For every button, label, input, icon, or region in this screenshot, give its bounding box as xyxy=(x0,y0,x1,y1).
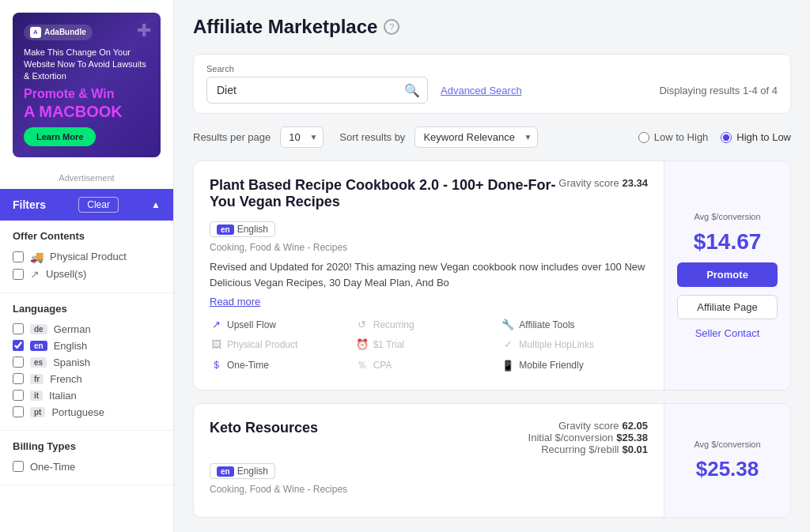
gravity-value-1: 23.34 xyxy=(622,177,648,189)
lang-tag-1: en English xyxy=(210,217,648,242)
one-time-label: One-Time xyxy=(30,461,75,473)
affiliate-tools-label: Affiliate Tools xyxy=(519,319,574,330)
one-dollar-trial-icon: ⏰ xyxy=(356,338,369,350)
avg-conversion-value-1: $14.67 xyxy=(694,229,762,255)
low-to-high-radio[interactable]: Low to High xyxy=(638,131,709,143)
french-checkbox[interactable] xyxy=(13,373,24,384)
physical-product-icon: 🖼 xyxy=(210,338,222,350)
features-grid-1: ↗ Upsell Flow ↺ Recurring 🔧 Affiliate To… xyxy=(210,317,648,374)
billing-types-section: Billing Types One-Time xyxy=(0,431,173,485)
upsells-checkbox[interactable] xyxy=(13,269,24,280)
italian-checkbox[interactable] xyxy=(13,390,24,401)
physical-product-feat-label: Physical Product xyxy=(227,339,297,350)
multiple-hoplinks-icon: ✓ xyxy=(502,338,514,350)
english-checkbox[interactable] xyxy=(13,340,24,351)
german-checkbox[interactable] xyxy=(13,323,24,334)
english-code: en xyxy=(30,341,47,351)
feature-upsell-flow: ↗ Upsell Flow xyxy=(210,317,356,332)
help-icon[interactable]: ? xyxy=(384,19,399,35)
clear-filters-button[interactable]: Clear xyxy=(78,197,119,213)
filter-portuguese[interactable]: pt Portuguese xyxy=(13,404,161,421)
french-code: fr xyxy=(30,374,44,384)
filter-upsells[interactable]: ↗ Upsell(s) xyxy=(13,266,161,283)
german-code: de xyxy=(30,324,47,334)
recurring-icon: ↺ xyxy=(356,319,369,330)
upsell-flow-icon: ↗ xyxy=(210,319,222,330)
search-row: 🔍 Advanced Search Displaying results 1-4… xyxy=(206,77,778,104)
filter-french[interactable]: fr French xyxy=(13,371,161,387)
filter-one-time[interactable]: One-Time xyxy=(13,458,161,475)
ad-promo-line2: A MACBOOK xyxy=(24,103,150,121)
sort-select-wrap: Keyword Relevance Gravity Avg $/conversi… xyxy=(414,126,538,148)
sidebar: A AdaBundle ✚ Make This Change On Your W… xyxy=(0,0,174,532)
feature-1-trial: ⏰ $1 Trial xyxy=(356,337,502,352)
one-time-feat-label: One-Time xyxy=(227,360,269,371)
offer-contents-title: Offer Contents xyxy=(13,230,161,242)
card-title-row-2: Keto Resources Gravity score 62.05 Initi… xyxy=(210,420,648,455)
affiliate-page-button-1[interactable]: Affiliate Page xyxy=(677,295,778,319)
app-layout: A AdaBundle ✚ Make This Change On Your W… xyxy=(0,0,810,532)
initial-label-2: Initial $/conversion xyxy=(528,432,614,443)
filter-physical-product[interactable]: 🚚 Physical Product xyxy=(13,248,161,266)
lang-label-2: English xyxy=(237,466,268,477)
low-to-high-input[interactable] xyxy=(638,132,649,143)
truck-icon: 🚚 xyxy=(30,251,44,263)
one-dollar-trial-label: $1 Trial xyxy=(373,339,404,350)
search-input-wrap: 🔍 xyxy=(206,77,428,104)
rpp-select[interactable]: 10 25 50 xyxy=(280,126,324,148)
recurring-label: Recurring xyxy=(373,319,414,330)
avg-conversion-label-2: Avg $/conversion xyxy=(694,440,760,449)
high-to-low-label: High to Low xyxy=(736,131,791,143)
read-more-link-1[interactable]: Read more xyxy=(210,296,260,308)
sort-select[interactable]: Keyword Relevance Gravity Avg $/conversi… xyxy=(414,126,538,148)
advanced-search-link[interactable]: Advanced Search xyxy=(441,85,522,96)
promote-button-1[interactable]: Promote xyxy=(677,262,778,287)
main-content: Affiliate Marketplace ? Search 🔍 Advance… xyxy=(174,0,810,532)
physical-product-checkbox[interactable] xyxy=(13,251,24,262)
recurring-label-2: Recurring $/rebill xyxy=(541,443,619,455)
cpa-icon: ％ xyxy=(356,358,369,372)
sort-label: Sort results by xyxy=(339,131,405,143)
one-time-feat-icon: ＄ xyxy=(210,358,222,372)
lang-code-2: en xyxy=(217,466,234,477)
ad-learn-more-button[interactable]: Learn More xyxy=(24,127,96,146)
offer-contents-section: Offer Contents 🚚 Physical Product ↗ Upse… xyxy=(0,221,173,293)
feature-cpa: ％ CPA xyxy=(356,357,502,374)
results-info: Displaying results 1-4 of 4 xyxy=(659,85,778,96)
high-to-low-input[interactable] xyxy=(721,132,732,143)
filter-german[interactable]: de German xyxy=(13,321,161,338)
feature-affiliate-tools: 🔧 Affiliate Tools xyxy=(502,317,648,332)
physical-product-label: Physical Product xyxy=(50,251,127,262)
upsells-label: Upsell(s) xyxy=(46,268,86,280)
portuguese-checkbox[interactable] xyxy=(13,406,24,417)
seller-contact-link-1[interactable]: Seller Contact xyxy=(695,327,760,339)
page-header: Affiliate Marketplace ? xyxy=(193,16,791,38)
filter-spanish[interactable]: es Spanish xyxy=(13,354,161,371)
filters-header[interactable]: Filters Clear ▲ xyxy=(0,189,173,221)
spanish-checkbox[interactable] xyxy=(13,357,24,368)
card-body-1: Gravity score 23.34 Plant Based Recipe C… xyxy=(194,161,664,390)
ad-badge: A AdaBundle xyxy=(24,25,93,40)
upsell-flow-label: Upsell Flow xyxy=(227,319,276,330)
high-to-low-radio[interactable]: High to Low xyxy=(721,131,791,143)
one-time-checkbox[interactable] xyxy=(13,461,24,472)
initial-line-2: Initial $/conversion $25.38 xyxy=(528,432,648,443)
gravity-line-2: Gravity score 62.05 xyxy=(528,420,648,432)
gravity-score-1: Gravity score 23.34 xyxy=(558,177,648,189)
portuguese-code: pt xyxy=(30,407,45,417)
search-input[interactable] xyxy=(206,77,428,104)
ada-bundle-logo: A xyxy=(30,27,41,38)
upsell-icon: ↗ xyxy=(30,268,40,281)
multiple-hoplinks-label: Multiple HopLinks xyxy=(519,339,594,350)
product-card-2: Keto Resources Gravity score 62.05 Initi… xyxy=(193,403,791,518)
filters-title: Filters xyxy=(13,198,46,211)
card-title-row-1: Gravity score 23.34 Plant Based Recipe C… xyxy=(210,177,648,213)
ad-banner: A AdaBundle ✚ Make This Change On Your W… xyxy=(13,13,161,157)
gravity-value-2: 62.05 xyxy=(622,420,648,432)
lang-tag-2: en English xyxy=(210,458,648,484)
filter-italian[interactable]: it Italian xyxy=(13,387,161,404)
filter-english[interactable]: en English xyxy=(13,338,161,354)
italian-label: Italian xyxy=(49,390,77,402)
english-label: English xyxy=(54,340,88,352)
italian-code: it xyxy=(30,391,43,401)
